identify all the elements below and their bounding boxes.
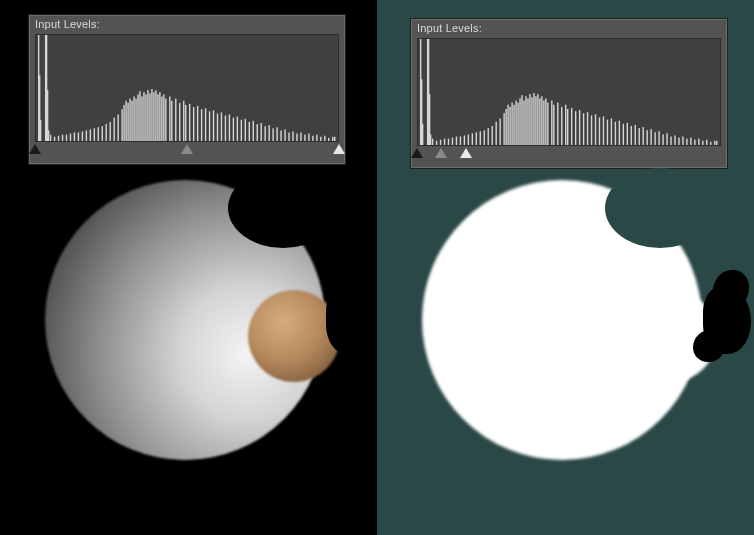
svg-rect-166 xyxy=(650,129,651,145)
svg-rect-142 xyxy=(557,103,558,145)
svg-rect-105 xyxy=(456,137,457,145)
svg-rect-24 xyxy=(117,115,118,142)
histogram-svg xyxy=(36,35,338,141)
svg-rect-112 xyxy=(484,130,485,145)
render-preview-right xyxy=(377,150,754,535)
svg-rect-2 xyxy=(40,120,41,141)
svg-rect-42 xyxy=(155,90,156,141)
left-panel: Input Levels: xyxy=(0,0,377,535)
svg-rect-40 xyxy=(151,89,152,141)
histogram-right xyxy=(417,38,721,146)
svg-rect-175 xyxy=(686,139,687,145)
svg-rect-31 xyxy=(133,96,134,141)
svg-rect-65 xyxy=(233,118,234,141)
levels-panel-left: Input Levels: xyxy=(28,14,346,165)
svg-rect-161 xyxy=(631,126,632,145)
svg-rect-162 xyxy=(635,125,636,145)
svg-rect-147 xyxy=(575,111,576,145)
svg-rect-84 xyxy=(308,134,309,141)
svg-rect-123 xyxy=(515,100,516,145)
svg-rect-54 xyxy=(189,104,190,141)
svg-rect-120 xyxy=(509,107,510,145)
svg-rect-55 xyxy=(193,107,194,141)
svg-rect-27 xyxy=(125,101,126,141)
svg-rect-167 xyxy=(654,132,655,145)
svg-rect-91 xyxy=(334,137,335,141)
svg-rect-126 xyxy=(521,95,522,145)
svg-rect-104 xyxy=(452,138,453,145)
svg-rect-86 xyxy=(316,135,317,141)
svg-rect-119 xyxy=(507,105,508,145)
svg-rect-12 xyxy=(70,134,71,141)
svg-rect-152 xyxy=(595,114,596,145)
svg-rect-80 xyxy=(292,131,293,141)
svg-rect-6 xyxy=(48,130,49,141)
svg-rect-158 xyxy=(619,121,620,145)
svg-rect-79 xyxy=(288,133,289,141)
svg-rect-88 xyxy=(324,136,325,141)
levels-panel-right: Input Levels: xyxy=(410,18,728,169)
render-preview-left xyxy=(0,150,377,535)
svg-rect-45 xyxy=(161,96,162,141)
svg-rect-121 xyxy=(511,103,512,145)
svg-rect-74 xyxy=(268,125,269,141)
svg-rect-75 xyxy=(272,128,273,141)
svg-rect-116 xyxy=(499,119,500,146)
svg-rect-101 xyxy=(440,140,441,145)
svg-rect-183 xyxy=(716,141,717,145)
svg-rect-68 xyxy=(245,119,246,141)
svg-rect-130 xyxy=(529,94,530,145)
svg-rect-140 xyxy=(551,100,552,145)
svg-rect-43 xyxy=(157,94,158,141)
svg-rect-85 xyxy=(312,136,313,141)
svg-rect-61 xyxy=(217,113,218,141)
svg-rect-113 xyxy=(488,128,489,145)
svg-rect-165 xyxy=(646,130,647,145)
svg-rect-67 xyxy=(241,120,242,141)
svg-rect-149 xyxy=(583,113,584,145)
svg-rect-64 xyxy=(229,115,230,142)
svg-rect-58 xyxy=(205,108,206,141)
svg-rect-81 xyxy=(296,134,297,141)
svg-rect-44 xyxy=(159,92,160,141)
svg-rect-106 xyxy=(460,137,461,145)
svg-rect-148 xyxy=(579,110,580,145)
svg-rect-164 xyxy=(643,127,644,145)
svg-rect-125 xyxy=(519,98,520,145)
svg-rect-153 xyxy=(599,117,600,145)
svg-rect-87 xyxy=(320,137,321,141)
svg-rect-36 xyxy=(143,92,144,141)
svg-rect-107 xyxy=(464,135,465,145)
svg-rect-37 xyxy=(145,94,146,141)
svg-rect-151 xyxy=(591,115,592,145)
svg-rect-28 xyxy=(127,103,128,141)
svg-rect-168 xyxy=(658,131,659,145)
svg-rect-49 xyxy=(171,101,172,141)
svg-rect-100 xyxy=(436,141,437,145)
svg-rect-145 xyxy=(567,109,568,145)
histogram-left xyxy=(35,34,339,142)
comparison-stage: Input Levels: Input Levels: xyxy=(0,0,754,535)
svg-rect-77 xyxy=(280,130,281,141)
svg-rect-50 xyxy=(175,99,176,141)
svg-rect-174 xyxy=(682,137,683,145)
svg-rect-14 xyxy=(78,133,79,141)
svg-rect-173 xyxy=(678,138,679,145)
svg-rect-99 xyxy=(432,139,433,145)
occluder-top xyxy=(605,168,715,248)
svg-rect-7 xyxy=(50,135,51,141)
svg-rect-82 xyxy=(300,133,301,141)
svg-rect-146 xyxy=(571,108,572,145)
svg-rect-131 xyxy=(531,97,532,145)
svg-rect-163 xyxy=(639,128,640,145)
svg-rect-124 xyxy=(517,103,518,145)
svg-rect-133 xyxy=(535,96,536,145)
svg-rect-156 xyxy=(611,119,612,146)
svg-rect-138 xyxy=(545,98,546,145)
svg-rect-71 xyxy=(257,124,258,141)
occluder-side xyxy=(693,330,725,362)
svg-rect-171 xyxy=(670,137,671,145)
svg-rect-144 xyxy=(565,105,566,145)
svg-rect-72 xyxy=(261,123,262,141)
svg-rect-19 xyxy=(98,127,99,141)
